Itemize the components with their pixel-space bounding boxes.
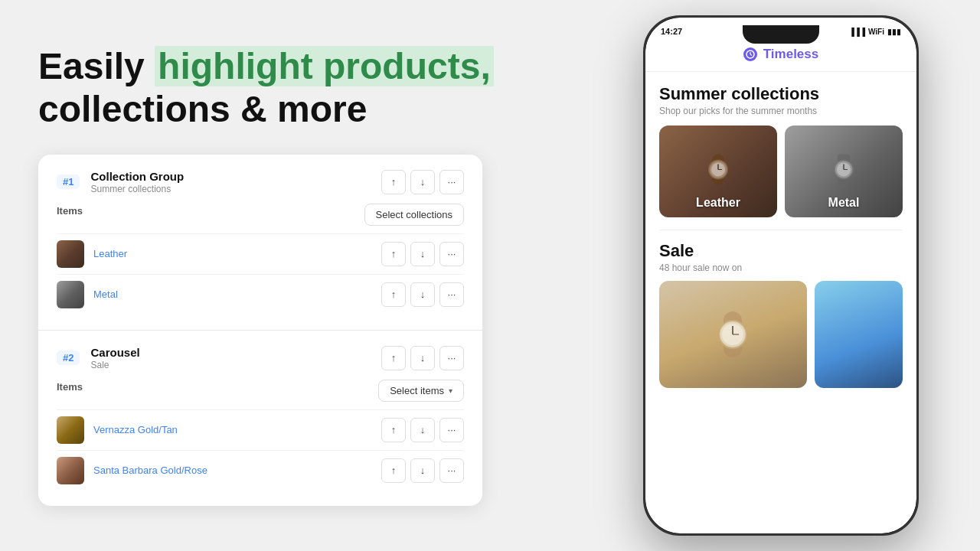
select-collections-btn[interactable]: Select collections bbox=[364, 204, 464, 226]
metal-item-left: Metal bbox=[57, 281, 118, 308]
leather-item-left: Leather bbox=[57, 240, 127, 268]
carousel-header: #2 Carousel Sale ↑ ↓ ··· bbox=[57, 346, 464, 370]
phone-sale-subtitle: 48 hour sale now on bbox=[659, 262, 903, 273]
carousel-badge: #2 bbox=[57, 350, 80, 365]
phone-collection-grid: Leather Metal bbox=[659, 126, 903, 217]
main-headline: Easily highlight products,collections & … bbox=[38, 45, 544, 129]
vernazza-item-row: Vernazza Gold/Tan ↑ ↓ ··· bbox=[57, 409, 464, 450]
phone-sale-section: Sale 48 hour sale now on bbox=[659, 230, 903, 388]
carousel-subtitle: Sale bbox=[90, 360, 139, 370]
headline-suffix: collections & more bbox=[38, 89, 367, 129]
collection-group-down-btn[interactable]: ↓ bbox=[410, 170, 435, 194]
carousel-items-label: Items bbox=[57, 381, 83, 393]
vernazza-down-btn[interactable]: ↓ bbox=[410, 418, 435, 442]
leather-watch-svg bbox=[695, 151, 741, 189]
leather-item-row: Leather ↑ ↓ ··· bbox=[57, 233, 464, 274]
select-items-btn[interactable]: Select items ▾ bbox=[378, 380, 464, 402]
select-items-label: Select items bbox=[390, 385, 444, 396]
metal-more-btn[interactable]: ··· bbox=[439, 282, 464, 307]
sale-watch-svg bbox=[702, 308, 763, 361]
app-header: Timeless bbox=[645, 41, 916, 72]
phone-mockup: 14:27 ▐▐▐ WiFi ▮▮▮ Timeless bbox=[643, 15, 919, 536]
carousel-more-btn[interactable]: ··· bbox=[439, 346, 464, 370]
status-time: 14:27 bbox=[661, 27, 682, 36]
metal-up-btn[interactable]: ↑ bbox=[381, 282, 406, 307]
collection-group-subtitle: Summer collections bbox=[90, 184, 184, 194]
status-icons: ▐▐▐ WiFi ▮▮▮ bbox=[849, 28, 901, 36]
collection-items-label: Items bbox=[57, 205, 83, 217]
vernazza-more-btn[interactable]: ··· bbox=[439, 418, 464, 442]
right-section: 14:27 ▐▐▐ WiFi ▮▮▮ Timeless bbox=[582, 0, 980, 551]
santa-up-btn[interactable]: ↑ bbox=[381, 458, 406, 483]
carousel-meta: #2 Carousel Sale bbox=[57, 346, 140, 370]
collection-group-meta: #1 Collection Group Summer collections bbox=[57, 170, 184, 194]
leather-down-btn[interactable]: ↓ bbox=[410, 242, 435, 266]
santa-down-btn[interactable]: ↓ bbox=[410, 458, 435, 483]
phone-screen: 14:27 ▐▐▐ WiFi ▮▮▮ Timeless bbox=[645, 18, 916, 533]
metal-down-btn[interactable]: ↓ bbox=[410, 282, 435, 307]
headline-prefix: Easily bbox=[38, 46, 155, 86]
carousel-items-row-header: Items Select items ▾ bbox=[57, 380, 464, 402]
santa-more-btn[interactable]: ··· bbox=[439, 458, 464, 483]
vernazza-item-name[interactable]: Vernazza Gold/Tan bbox=[93, 424, 178, 435]
phone-content: Summer collections Shop our picks for th… bbox=[645, 72, 916, 400]
select-collections-label: Select collections bbox=[376, 209, 452, 220]
phone-metal-card: Metal bbox=[785, 126, 903, 217]
metal-item-name[interactable]: Metal bbox=[93, 289, 118, 300]
collection-items-row-header: Items Select collections bbox=[57, 204, 464, 226]
collection-group-up-btn[interactable]: ↑ bbox=[381, 170, 406, 194]
phone-collection-title: Summer collections bbox=[659, 84, 903, 104]
leather-thumb bbox=[57, 240, 84, 268]
app-name: Timeless bbox=[763, 47, 818, 62]
metal-watch-svg bbox=[821, 151, 867, 189]
app-logo-icon bbox=[743, 47, 757, 61]
phone-notch bbox=[743, 25, 819, 44]
collection-group-block: #1 Collection Group Summer collections ↑… bbox=[38, 155, 482, 331]
phone-sale-title: Sale bbox=[659, 241, 903, 261]
select-items-chevron: ▾ bbox=[449, 386, 452, 395]
leather-item-actions: ↑ ↓ ··· bbox=[381, 242, 464, 266]
collection-group-title: Collection Group bbox=[90, 170, 184, 183]
santa-item-actions: ↑ ↓ ··· bbox=[381, 458, 464, 483]
vernazza-item-left: Vernazza Gold/Tan bbox=[57, 416, 178, 444]
collection-group-actions: ↑ ↓ ··· bbox=[381, 170, 464, 194]
carousel-title: Carousel bbox=[90, 346, 139, 359]
signal-icon: ▐▐▐ bbox=[849, 28, 865, 36]
left-section: Easily highlight products,collections & … bbox=[0, 0, 582, 551]
ui-card: #1 Collection Group Summer collections ↑… bbox=[38, 155, 482, 506]
wifi-icon: WiFi bbox=[868, 28, 884, 36]
vernazza-item-actions: ↑ ↓ ··· bbox=[381, 418, 464, 442]
metal-item-actions: ↑ ↓ ··· bbox=[381, 282, 464, 307]
carousel-up-btn[interactable]: ↑ bbox=[381, 346, 406, 370]
collection-group-badge: #1 bbox=[57, 174, 80, 189]
phone-metal-label: Metal bbox=[828, 196, 860, 210]
metal-thumb bbox=[57, 281, 84, 308]
vernazza-thumb bbox=[57, 416, 84, 444]
leather-more-btn[interactable]: ··· bbox=[439, 242, 464, 266]
phone-leather-card: Leather bbox=[659, 126, 777, 217]
collection-group-header: #1 Collection Group Summer collections ↑… bbox=[57, 170, 464, 194]
leather-up-btn[interactable]: ↑ bbox=[381, 242, 406, 266]
phone-sale-main-card bbox=[659, 281, 807, 388]
metal-item-row: Metal ↑ ↓ ··· bbox=[57, 274, 464, 315]
carousel-block: #2 Carousel Sale ↑ ↓ ··· Items Select it… bbox=[38, 331, 482, 506]
battery-icon: ▮▮▮ bbox=[887, 28, 901, 36]
leather-item-name[interactable]: Leather bbox=[93, 248, 127, 259]
santa-item-row: Santa Barbara Gold/Rose ↑ ↓ ··· bbox=[57, 450, 464, 491]
carousel-actions: ↑ ↓ ··· bbox=[381, 346, 464, 370]
headline-highlight: highlight products, bbox=[155, 46, 494, 86]
phone-leather-label: Leather bbox=[696, 196, 740, 210]
santa-item-name[interactable]: Santa Barbara Gold/Rose bbox=[93, 465, 207, 476]
carousel-down-btn[interactable]: ↓ bbox=[410, 346, 435, 370]
santa-thumb bbox=[57, 457, 84, 484]
santa-item-left: Santa Barbara Gold/Rose bbox=[57, 457, 207, 484]
svg-line-2 bbox=[750, 54, 752, 56]
vernazza-up-btn[interactable]: ↑ bbox=[381, 418, 406, 442]
phone-sale-side-card bbox=[815, 281, 903, 388]
collection-group-more-btn[interactable]: ··· bbox=[439, 170, 464, 194]
phone-collection-subtitle: Shop our picks for the summer months bbox=[659, 106, 903, 116]
phone-sale-grid bbox=[659, 281, 903, 388]
